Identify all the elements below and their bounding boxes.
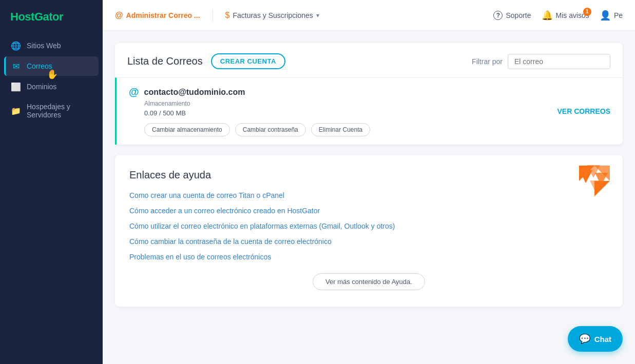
sidebar-item-dominios[interactable]: ⬜ Dominios [4, 77, 99, 96]
card-header: Lista de Correos CREAR CUENTA Filtrar po… [115, 43, 623, 77]
create-account-button[interactable]: CREAR CUENTA [211, 53, 285, 69]
storage-value: 0.09 / 500 MB [144, 109, 370, 117]
chat-label: Chat [594, 335, 611, 343]
at-nav-icon: @ [115, 11, 123, 20]
sidebar-item-label: Sitios Web [27, 42, 61, 50]
domain-icon: ⬜ [11, 82, 21, 91]
email-account-row: @ contacto@tudominio.com Almacenamiento … [115, 77, 623, 145]
change-password-button[interactable]: Cambiar contraseña [235, 123, 306, 136]
filter-label: Filtrar por [472, 57, 503, 66]
storage-label: Almacenamiento [144, 100, 370, 107]
nav-support[interactable]: ? Soporte [493, 11, 531, 20]
mail-icon: ✉ [11, 62, 21, 71]
svg-marker-3 [590, 180, 603, 193]
sidebar-item-label: Hospedajes y Servidores [27, 103, 91, 119]
delete-account-button[interactable]: Eliminar Cuenta [311, 123, 370, 136]
sidebar-nav: 🌐 Sitios Web ✉ Correos ✋ ⬜ Dominios 📁 Ho… [0, 36, 103, 124]
sidebar-item-hospedajes[interactable]: 📁 Hospedajes y Servidores [4, 97, 99, 124]
filter-section: Filtrar por [472, 54, 610, 69]
help-title: Enlaces de ayuda [129, 169, 608, 181]
topnav-right: ? Soporte 🔔 1 Mis avisos 👤 Pe [493, 10, 623, 21]
at-symbol-icon: @ [129, 86, 139, 98]
help-link-0[interactable]: Como crear una cuenta de correo Titan o … [129, 191, 608, 199]
filter-input[interactable] [508, 54, 610, 69]
help-link-4[interactable]: Problemas en el uso de correos electróni… [129, 253, 608, 261]
bell-icon: 🔔 [542, 10, 553, 21]
nav-admin-correo-label: Administrar Correo ... [126, 11, 200, 19]
top-navbar: @ Administrar Correo ... $ Facturas y Su… [103, 0, 635, 31]
nav-admin-correo[interactable]: @ Administrar Correo ... [115, 11, 200, 20]
nav-divider [213, 9, 213, 22]
email-actions: Cambiar almacenamiento Cambiar contraseñ… [144, 123, 370, 136]
chat-icon: 💬 [579, 333, 590, 345]
email-list-card: Lista de Correos CREAR CUENTA Filtrar po… [115, 43, 623, 145]
more-help-button[interactable]: Ver más contenido de Ayuda. [313, 273, 425, 290]
brand-logo: HostGator [0, 0, 103, 36]
hostgator-logo-shape [580, 165, 610, 196]
nav-facturas-label: Facturas y Suscripciones [233, 11, 313, 19]
page-title: Lista de Correos [127, 55, 203, 67]
help-link-2[interactable]: Cómo utilizar el correo electrónico en p… [129, 222, 608, 230]
help-links: Como crear una cuenta de correo Titan o … [129, 191, 608, 261]
globe-icon: 🌐 [11, 41, 21, 50]
dollar-nav-icon: $ [225, 11, 230, 20]
nav-notifications[interactable]: 🔔 1 Mis avisos [542, 10, 589, 21]
main-content: @ Administrar Correo ... $ Facturas y Su… [103, 0, 635, 364]
view-emails-button[interactable]: VER CORREOS [557, 107, 610, 115]
notification-badge-count: 1 [583, 8, 591, 16]
sidebar-item-label: Correos [27, 62, 52, 70]
sidebar-item-label: Dominios [27, 83, 56, 91]
help-link-1[interactable]: Cómo acceder a un correo electrónico cre… [129, 207, 608, 215]
nav-user-label: Pe [614, 11, 623, 19]
user-icon: 👤 [600, 10, 611, 21]
change-storage-button[interactable]: Cambiar almacenamiento [144, 123, 230, 136]
nav-facturas[interactable]: $ Facturas y Suscripciones ▾ [225, 11, 319, 20]
email-info: @ contacto@tudominio.com Almacenamiento … [129, 86, 370, 136]
server-icon: 📁 [11, 106, 21, 115]
email-address: contacto@tudominio.com [144, 88, 245, 97]
email-address-row: @ contacto@tudominio.com [129, 86, 370, 98]
sidebar-item-correos[interactable]: ✉ Correos ✋ [4, 56, 99, 76]
nav-user[interactable]: 👤 Pe [600, 10, 623, 21]
chat-button[interactable]: 💬 Chat [568, 326, 623, 352]
page-body: Lista de Correos CREAR CUENTA Filtrar po… [103, 31, 635, 319]
help-card: Enlaces de ayuda Como crear una cuenta d… [115, 155, 623, 307]
chevron-down-icon: ▾ [316, 12, 319, 19]
sidebar-item-sitios-web[interactable]: 🌐 Sitios Web [4, 36, 99, 55]
question-icon: ? [493, 11, 503, 20]
nav-support-label: Soporte [506, 11, 531, 19]
sidebar: HostGator 🌐 Sitios Web ✉ Correos ✋ ⬜ Dom… [0, 0, 103, 364]
help-link-3[interactable]: Cómo cambiar la contraseña de la cuenta … [129, 237, 608, 246]
